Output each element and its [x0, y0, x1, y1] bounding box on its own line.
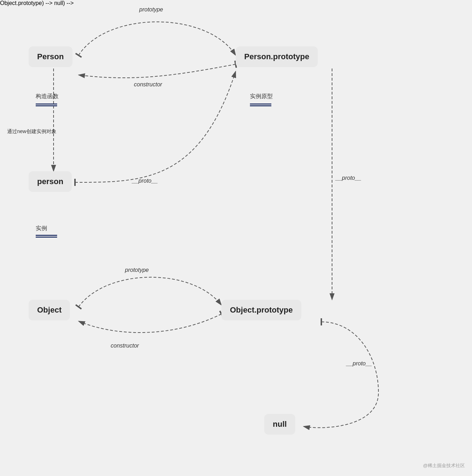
proto-right-label: __proto__ [336, 175, 361, 181]
diagram: Person.prototype (prototype label) --> P… [0, 0, 472, 476]
shili-yuanxing-label: 实例原型 [250, 93, 273, 100]
null-node: null [264, 414, 295, 435]
double-line-constructor [36, 103, 57, 106]
gouzao-hanshu-label: 构造函数 [36, 93, 59, 100]
person-constructor-node: Person [29, 46, 72, 67]
tongguo-new-label: 通过new创建实例对象 [7, 128, 56, 135]
object-prototype-node: Object.prototype [221, 300, 301, 320]
proto-mid-label: __proto__ [132, 178, 158, 184]
constructor-bottom-label: constructor [111, 343, 139, 349]
constructor-top-label: constructor [134, 81, 162, 88]
double-line-shili [36, 235, 57, 238]
object-constructor-node: Object [29, 300, 70, 320]
arrows-svg: Person.prototype (prototype label) --> P… [0, 0, 472, 476]
prototype-bottom-label: prototype [125, 267, 149, 273]
watermark: @稀土掘金技术社区 [423, 462, 465, 469]
person-prototype-node: Person.prototype [236, 46, 318, 67]
prototype-top-label: prototype [139, 6, 163, 13]
double-line-instance-proto [250, 103, 271, 106]
person-instance-node: person [29, 171, 72, 192]
proto-null-label: __proto__ [346, 360, 372, 367]
shili-label: 实例 [36, 225, 47, 232]
